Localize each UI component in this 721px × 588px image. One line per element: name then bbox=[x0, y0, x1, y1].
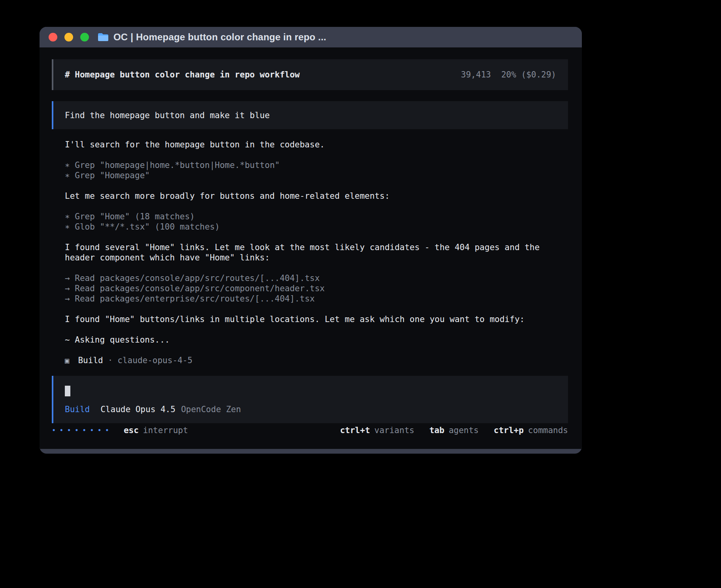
session-stats: 39,41320% ($0.29) bbox=[461, 70, 556, 80]
hint-commands: ctrl+pcommands bbox=[494, 425, 568, 435]
titlebar[interactable]: OC | Homepage button color change in rep… bbox=[40, 27, 582, 47]
agent-name: Build bbox=[78, 355, 103, 366]
tool-call-group: ∗ Grep "homepage|home.*button|Home.*butt… bbox=[52, 160, 568, 181]
user-message-text: Find the homepage button and make it blu… bbox=[65, 110, 270, 121]
assistant-text-broaden: Let me search more broadly for buttons a… bbox=[52, 191, 568, 201]
agent-square-icon: ▣ bbox=[65, 355, 69, 366]
tool-asterisk-icon: ∗ bbox=[65, 222, 75, 232]
tool-call-grep: ∗ Grep "homepage|home.*button|Home.*butt… bbox=[65, 160, 568, 170]
hint-interrupt: escinterrupt bbox=[124, 425, 188, 435]
minimize-button[interactable] bbox=[64, 33, 73, 41]
read-call-group: → Read packages/console/app/src/routes/[… bbox=[52, 273, 568, 304]
tool-asterisk-icon: ∗ bbox=[65, 160, 75, 170]
assistant-text-candidates: I found several "Home" links. Let me loo… bbox=[52, 242, 568, 263]
tool-call-grep: ∗ Grep "Homepage" bbox=[65, 170, 568, 181]
assistant-text-intro: I'll search for the homepage button in t… bbox=[52, 139, 568, 150]
status-right: ctrl+tvariants tabagents ctrl+pcommands bbox=[340, 425, 568, 435]
session-header: # Homepage button color change in repo w… bbox=[52, 59, 568, 90]
arrow-right-icon: → bbox=[65, 284, 75, 293]
asking-status: ~ Asking questions... bbox=[52, 335, 568, 345]
arrow-right-icon: → bbox=[65, 294, 75, 303]
provider-name: OpenCode Zen bbox=[181, 405, 241, 414]
context-cost: 20% ($0.29) bbox=[501, 70, 556, 79]
tool-call-grep: ∗ Grep "Home" (18 matches) bbox=[65, 211, 568, 222]
text-cursor bbox=[65, 386, 70, 396]
mode-label[interactable]: Build bbox=[65, 405, 90, 414]
arrow-right-icon: → bbox=[65, 273, 75, 283]
tool-call-group: ∗ Grep "Home" (18 matches) ∗ Glob "**/*.… bbox=[52, 211, 568, 232]
agent-model: claude-opus-4-5 bbox=[117, 355, 193, 366]
terminal-window: OC | Homepage button color change in rep… bbox=[40, 27, 582, 454]
hint-variants: ctrl+tvariants bbox=[340, 425, 414, 435]
tool-call-glob: ∗ Glob "**/*.tsx" (100 matches) bbox=[65, 222, 568, 232]
assistant-text-ask: I found "Home" buttons/links in multiple… bbox=[52, 314, 568, 324]
model-name: Claude Opus 4.5 bbox=[100, 405, 176, 414]
terminal-content: # Homepage button color change in repo w… bbox=[40, 47, 582, 449]
agent-status-line: ▣ Build · claude-opus-4-5 bbox=[52, 355, 568, 366]
session-title: # Homepage button color change in repo w… bbox=[65, 70, 300, 80]
tool-asterisk-icon: ∗ bbox=[65, 212, 75, 221]
status-left: •••••••• escinterrupt bbox=[52, 425, 188, 435]
close-button[interactable] bbox=[49, 33, 57, 41]
tool-asterisk-icon: ∗ bbox=[65, 171, 75, 180]
tool-call-read: → Read packages/console/app/src/routes/[… bbox=[65, 273, 568, 283]
status-bar: •••••••• escinterrupt ctrl+tvariants tab… bbox=[52, 425, 568, 435]
zoom-button[interactable] bbox=[80, 33, 89, 41]
prompt-input[interactable]: BuildClaude Opus 4.5OpenCode Zen bbox=[52, 376, 568, 423]
token-count: 39,413 bbox=[461, 70, 491, 79]
traffic-lights bbox=[49, 33, 89, 41]
user-message: Find the homepage button and make it blu… bbox=[52, 101, 568, 129]
tool-call-read: → Read packages/console/app/src/componen… bbox=[65, 283, 568, 294]
window-title: OC | Homepage button color change in rep… bbox=[113, 32, 326, 43]
model-status-line: BuildClaude Opus 4.5OpenCode Zen bbox=[65, 404, 557, 415]
spinner-dots-icon: •••••••• bbox=[52, 425, 113, 435]
tool-call-read: → Read packages/enterprise/src/routes/[.… bbox=[65, 294, 568, 304]
folder-icon bbox=[98, 33, 109, 41]
hint-agents: tabagents bbox=[429, 425, 479, 435]
separator-dot: · bbox=[108, 355, 113, 366]
